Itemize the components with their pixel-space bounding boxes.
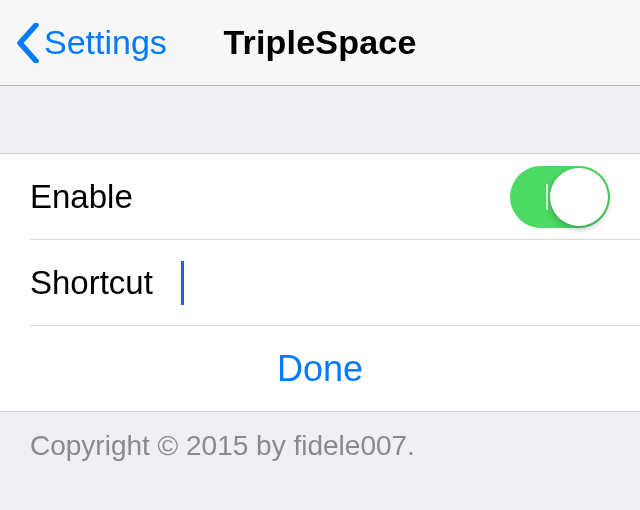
enable-toggle[interactable]	[510, 166, 610, 228]
shortcut-input[interactable]	[184, 264, 610, 302]
back-button[interactable]: Settings	[16, 0, 167, 85]
section-gap	[0, 86, 640, 154]
page-title-text: TripleSpace	[223, 23, 416, 62]
footer: Copyright © 2015 by fidele007.	[0, 412, 640, 510]
enable-label: Enable	[30, 178, 133, 216]
footer-text: Copyright © 2015 by fidele007.	[30, 430, 610, 462]
done-button[interactable]: Done	[0, 326, 640, 412]
toggle-knob	[550, 168, 608, 226]
done-label: Done	[277, 348, 363, 390]
shortcut-label: Shortcut	[30, 264, 153, 302]
back-label: Settings	[44, 23, 167, 62]
shortcut-input-wrap[interactable]	[181, 261, 610, 305]
chevron-left-icon	[16, 23, 40, 63]
shortcut-row: Shortcut	[0, 240, 640, 326]
enable-row: Enable	[0, 154, 640, 240]
settings-group: Enable Shortcut Done	[0, 154, 640, 412]
toggle-tick-icon	[546, 184, 548, 210]
nav-bar: Settings TripleSpace	[0, 0, 640, 86]
